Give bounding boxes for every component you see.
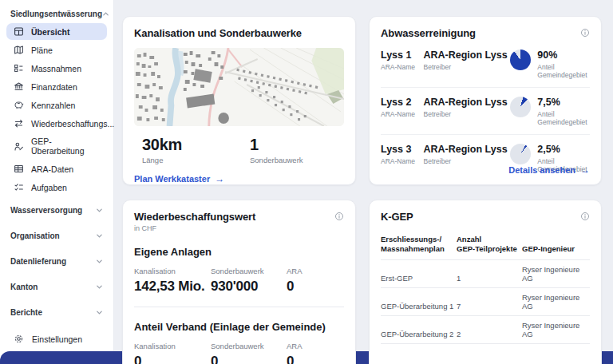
- column-header: Erschliessungs-/Massnahmenplan: [381, 235, 457, 254]
- sidebar-item-aufgaben[interactable]: Aufgaben: [6, 179, 107, 196]
- sidebar-group-organisation[interactable]: Organisation: [6, 225, 107, 247]
- card-title: Kanalisation und Sonderbauwerke: [134, 27, 302, 39]
- sidebar-item-label: Finanzdaten: [31, 82, 77, 92]
- chevron-up-icon: [102, 10, 109, 18]
- stat-value: 30km: [142, 136, 250, 154]
- sidebar-group-datenlieferung[interactable]: Datenlieferung: [6, 251, 107, 272]
- ara-row: Lyss 1ARA-Name ARA-Region LyssBetreiber …: [381, 41, 590, 88]
- stat-value: 1: [250, 136, 303, 154]
- table-icon: [14, 164, 24, 174]
- sidebar-item-label: Wiederbeschaffungs...: [31, 119, 114, 129]
- sidebar-item-massnahmen[interactable]: Massnahmen: [6, 60, 107, 77]
- table-row: GEP-Überarbeitung 1 7 Ryser Ingenieure A…: [381, 288, 590, 316]
- share-label: Anteil Gemeindegebiet: [537, 63, 590, 79]
- share-value: 90%: [537, 49, 590, 61]
- app-window: Siedlungsentwässerung Übersicht Pläne Ma…: [0, 0, 613, 364]
- stat-label: Sonderbauwerk: [211, 342, 287, 350]
- cell-count: 7: [457, 302, 522, 311]
- sidebar-group-berichte[interactable]: Berichte: [6, 302, 107, 323]
- ara-name-label: ARA-Name: [381, 157, 423, 165]
- card-title: Abwasserreinigung: [381, 27, 476, 39]
- cell-plan: GEP-Überarbeitung 1: [381, 302, 457, 311]
- section-heading-anteil-verband: Anteil Verband (Einlage der Gemeinde): [134, 321, 344, 333]
- share-value: 7,5%: [537, 97, 590, 108]
- table-row: GEP-Überarbeitung 2 2 Ryser Ingenieure A…: [381, 316, 590, 344]
- settings-label: Einstellungen: [32, 334, 82, 344]
- ara-operator: ARA-Region Lyss: [423, 49, 510, 61]
- cell-count: 2: [457, 330, 522, 338]
- chevron-down-icon: [96, 258, 103, 265]
- stat-value: 142,53 Mio.: [134, 279, 211, 295]
- sidebar-item-label: Kennzahlen: [31, 101, 75, 110]
- sidebar-item-label: Aufgaben: [31, 183, 67, 192]
- cell-count: 1: [457, 274, 522, 283]
- sidebar-group-wasserversorgung[interactable]: Wasserversorgung: [6, 200, 107, 221]
- sidebar-item-ara-daten[interactable]: ARA-Daten: [6, 160, 107, 177]
- cell-engineer: Ryser Ingenieure AG: [522, 321, 590, 338]
- sidebar-section-siedlungsentwaesserung[interactable]: Siedlungsentwässerung: [6, 6, 107, 23]
- stat-sonderbauwerk: 1 Sonderbauwerk: [250, 136, 303, 164]
- wbw-stat: Sonderbauwerk 0: [211, 342, 287, 364]
- sidebar-item-uebersicht[interactable]: Übersicht: [6, 23, 107, 40]
- swap-arrows-icon: [14, 118, 24, 129]
- sidebar-item-label: Massnahmen: [31, 64, 81, 73]
- sidebar-group-label: Wasserversorgung: [10, 206, 82, 215]
- stat-value: 0: [287, 354, 344, 364]
- card-kgep: K-GEP Erschliessungs-/Massnahmenplan Anz…: [369, 200, 602, 364]
- cell-plan: Erst-GEP: [381, 274, 457, 283]
- column-header: AnzahlGEP-Teilprojekte: [457, 235, 522, 254]
- sidebar-item-plaene[interactable]: Pläne: [6, 42, 107, 58]
- info-icon[interactable]: [334, 212, 344, 221]
- bank-icon: [14, 81, 24, 92]
- section-divider: [134, 307, 344, 307]
- section-heading-eigene-anlagen: Eigene Anlagen: [134, 246, 344, 258]
- sidebar: Siedlungsentwässerung Übersicht Pläne Ma…: [0, 0, 114, 364]
- info-icon[interactable]: [580, 28, 590, 38]
- piggybank-icon: [14, 100, 24, 110]
- ara-name: Lyss 3: [381, 144, 423, 155]
- sidebar-item-wiederbeschaffungswert[interactable]: Wiederbeschaffungs...: [6, 115, 107, 132]
- sidebar-item-finanzdaten[interactable]: Finanzdaten: [6, 78, 107, 95]
- map-icon: [14, 45, 24, 55]
- chevron-down-icon: [96, 207, 103, 214]
- ara-operator-label: Betreiber: [423, 157, 510, 165]
- stat-value: 0: [287, 279, 344, 295]
- chevron-down-icon: [96, 309, 103, 316]
- stat-label: Kanalisation: [134, 342, 211, 350]
- dashboard-icon: [14, 26, 24, 37]
- share-pie-chart: [510, 97, 531, 117]
- ara-name-label: ARA-Name: [381, 110, 423, 118]
- ara-name-label: ARA-Name: [381, 63, 423, 71]
- sidebar-item-label: GEP-Überarbeitung: [31, 136, 100, 156]
- wbw-stat: ARA 0: [287, 342, 344, 364]
- sidebar-group-label: Organisation: [10, 231, 60, 240]
- table-row: Erst-GEP 1 Ryser Ingenieure AG: [381, 260, 590, 288]
- sidebar-group-label: Kanton: [10, 283, 38, 291]
- sidebar-item-kennzahlen[interactable]: Kennzahlen: [6, 97, 107, 113]
- ara-operator-label: Betreiber: [423, 110, 510, 118]
- sidebar-group-kanton[interactable]: Kanton: [6, 276, 107, 298]
- cell-engineer: Ryser Ingenieure AG: [522, 293, 590, 311]
- ara-operator: ARA-Region Lyss: [423, 144, 510, 155]
- card-subtitle: in CHF: [134, 224, 255, 232]
- table-header-row: Erschliessungs-/Massnahmenplan AnzahlGEP…: [381, 233, 590, 260]
- card-title: K-GEP: [381, 211, 413, 223]
- wbw-stat: ARA 0: [287, 267, 344, 295]
- stat-value: 930'000: [211, 279, 287, 295]
- ara-operator-label: Betreiber: [423, 63, 510, 71]
- chevron-down-icon: [96, 232, 103, 239]
- wbw-stat: Kanalisation 0: [134, 342, 211, 364]
- stat-label: Sonderbauwerk: [211, 267, 287, 275]
- card-abwasserreinigung: Abwasserreinigung Lyss 1ARA-Name ARA-Reg…: [369, 16, 602, 185]
- sidebar-item-gep-ueberarbeitung[interactable]: GEP-Überarbeitung: [6, 133, 107, 159]
- card-kanalisation: Kanalisation und Sonderbauwerke: [122, 16, 356, 185]
- sidebar-group-label: Berichte: [10, 308, 42, 317]
- plan-werkkataster-link[interactable]: Plan Werkkataster →: [134, 174, 344, 184]
- details-ansehen-link[interactable]: Details ansehen →: [508, 165, 590, 175]
- checklist-icon: [14, 63, 24, 73]
- arrow-right-icon: →: [215, 174, 224, 184]
- map-image: [134, 48, 344, 126]
- sidebar-item-einstellungen[interactable]: Einstellungen: [14, 334, 82, 344]
- ara-name: Lyss 2: [381, 97, 423, 108]
- info-icon[interactable]: [580, 212, 590, 221]
